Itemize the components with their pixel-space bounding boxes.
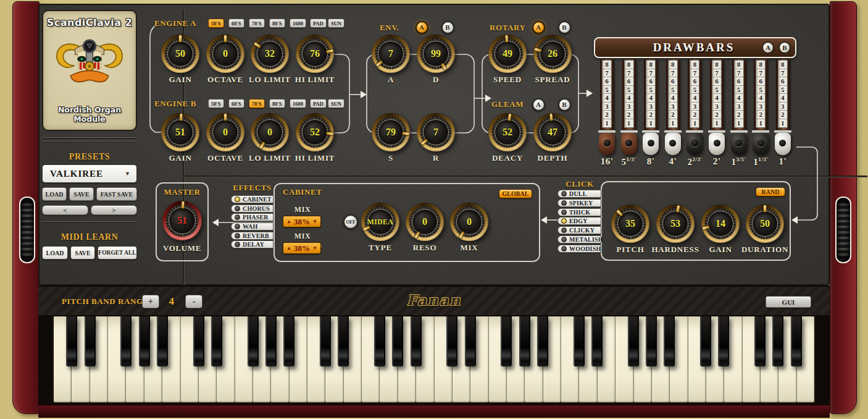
black-key[interactable] [265, 316, 277, 366]
effects-item-chorus[interactable]: CHORUS [231, 205, 273, 213]
knob-volume[interactable]: 51 [162, 201, 202, 240]
black-key[interactable] [283, 316, 294, 366]
engine-a-tab-70-s[interactable]: 70'S [249, 19, 265, 28]
knob-d[interactable]: 99 [417, 35, 455, 73]
black-key[interactable] [718, 316, 729, 366]
black-key[interactable] [791, 316, 802, 366]
knob-gain[interactable]: 14 [701, 205, 740, 243]
drawbar-handle-13-5[interactable] [731, 133, 747, 155]
black-key[interactable] [338, 316, 349, 366]
drawbars-b-button[interactable]: B [778, 41, 791, 54]
preset-select[interactable]: VALKIREE ▼ [42, 164, 137, 183]
drawbar-handle-1[interactable] [775, 133, 791, 155]
engine-b-tab-1600[interactable]: 1600 [290, 99, 306, 108]
black-key[interactable] [537, 316, 548, 366]
knob-mix[interactable]: 0 [450, 203, 488, 241]
black-key[interactable] [646, 316, 657, 366]
black-key[interactable] [446, 316, 457, 366]
preset-save-button[interactable]: SAVE [69, 187, 94, 201]
pitch-wheel-left[interactable] [19, 197, 35, 263]
black-key[interactable] [628, 316, 639, 366]
engine-b-tab-sun[interactable]: SUN [328, 99, 344, 108]
drawbar-handle-11-3[interactable] [753, 133, 769, 155]
knob-hi-limit[interactable]: 52 [296, 113, 334, 151]
rotary-b-button[interactable]: B [558, 21, 571, 34]
black-key[interactable] [392, 316, 403, 366]
black-key[interactable] [248, 316, 259, 366]
drawbars-a-button[interactable]: A [762, 41, 774, 54]
knob-speed[interactable]: 49 [488, 35, 527, 73]
engine-b-tab-80-s[interactable]: 80'S [269, 99, 285, 108]
midi-save-button[interactable]: SAVE [70, 246, 95, 260]
engine-b-tab-50-s[interactable]: 50'S [208, 99, 224, 108]
drawbar-handle-4[interactable] [665, 133, 681, 155]
effects-item-cabinet[interactable]: CABINET [231, 195, 273, 203]
drawbar-handle-22-3[interactable] [686, 133, 703, 155]
effects-item-reverb[interactable]: REVERB [231, 232, 273, 240]
black-key[interactable] [664, 316, 675, 366]
knob-s[interactable]: 79 [372, 113, 410, 151]
black-key[interactable] [157, 316, 168, 366]
black-key[interactable] [374, 316, 385, 366]
click-item-thick[interactable]: THICK [557, 208, 601, 216]
pitch-band-minus-button[interactable]: - [185, 295, 202, 308]
gleam-a-button[interactable]: A [532, 98, 545, 111]
mix-engine-b-stepper[interactable]: ▲ 38% ▼ [283, 242, 321, 254]
preset-next-button[interactable]: > [91, 205, 137, 215]
engine-a-tab-60-s[interactable]: 60'S [228, 19, 244, 28]
knob-hardness[interactable]: 53 [656, 205, 695, 243]
effects-item-phaser[interactable]: PHASER [231, 213, 273, 221]
rotary-a-button[interactable]: A [532, 21, 545, 34]
knob-hi-limit[interactable]: 76 [296, 35, 334, 73]
step-up-icon[interactable]: ▲ [286, 219, 291, 224]
cabinet-global-button[interactable]: GLOBAL [499, 189, 532, 198]
knob-gain[interactable]: 50 [161, 35, 199, 73]
black-key[interactable] [320, 316, 331, 366]
effects-item-wah[interactable]: WAH [231, 222, 273, 231]
black-key[interactable] [193, 316, 204, 366]
knob-reso[interactable]: 0 [406, 203, 444, 241]
drawbar-handle-16[interactable] [599, 133, 615, 155]
engine-a-tab-sun[interactable]: SUN [328, 19, 344, 28]
black-key[interactable] [519, 316, 530, 366]
preset-prev-button[interactable]: < [42, 205, 88, 215]
engine-b-tab-pad[interactable]: PAD [310, 99, 327, 108]
black-key[interactable] [139, 316, 150, 366]
env-a-button[interactable]: A [415, 21, 428, 34]
midi-load-button[interactable]: LOAD [42, 246, 68, 260]
engine-b-tab-70-s[interactable]: 70'S [249, 99, 265, 108]
black-key[interactable] [66, 316, 77, 366]
knob-lo-limit[interactable]: 32 [251, 35, 289, 73]
knob-octave[interactable]: 0 [206, 113, 244, 151]
knob-duration[interactable]: 50 [746, 205, 784, 243]
drawbar-handle-2[interactable] [709, 133, 725, 155]
click-rand-button[interactable]: RAND [756, 187, 785, 197]
black-key[interactable] [700, 316, 711, 366]
preset-fast-save-button[interactable]: FAST SAVE [96, 187, 137, 201]
pitch-wheel-right[interactable] [835, 197, 851, 263]
gui-button[interactable]: GUI [766, 296, 811, 308]
knob-r[interactable]: 7 [417, 113, 455, 151]
knob-depth[interactable]: 47 [533, 113, 572, 151]
knob-octave[interactable]: 0 [206, 35, 244, 73]
engine-a-tab-1600[interactable]: 1600 [290, 19, 306, 28]
click-item-spikey[interactable]: SPIKEY [557, 199, 601, 207]
black-key[interactable] [465, 316, 476, 366]
pitch-band-plus-button[interactable]: + [142, 295, 159, 308]
knob-a[interactable]: 7 [372, 35, 410, 73]
engine-a-tab-80-s[interactable]: 80'S [269, 19, 285, 28]
engine-a-tab-pad[interactable]: PAD [310, 19, 327, 28]
gleam-b-button[interactable]: B [558, 98, 571, 111]
black-key[interactable] [574, 316, 585, 366]
engine-b-tab-60-s[interactable]: 60'S [228, 99, 244, 108]
knob-lo-limit[interactable]: 0 [251, 113, 289, 151]
click-item-clicky[interactable]: CLICKY [557, 226, 601, 234]
effects-item-delay[interactable]: DELAY [231, 240, 273, 248]
knob-pitch[interactable]: 35 [611, 205, 649, 243]
step-up-icon[interactable]: ▲ [286, 245, 291, 251]
drawbar-handle-8[interactable] [643, 133, 659, 155]
click-item-edgy[interactable]: EDGY [557, 217, 601, 225]
knob-type[interactable]: MIDEA [361, 203, 399, 241]
black-key[interactable] [591, 316, 603, 366]
step-down-icon[interactable]: ▼ [312, 245, 317, 251]
